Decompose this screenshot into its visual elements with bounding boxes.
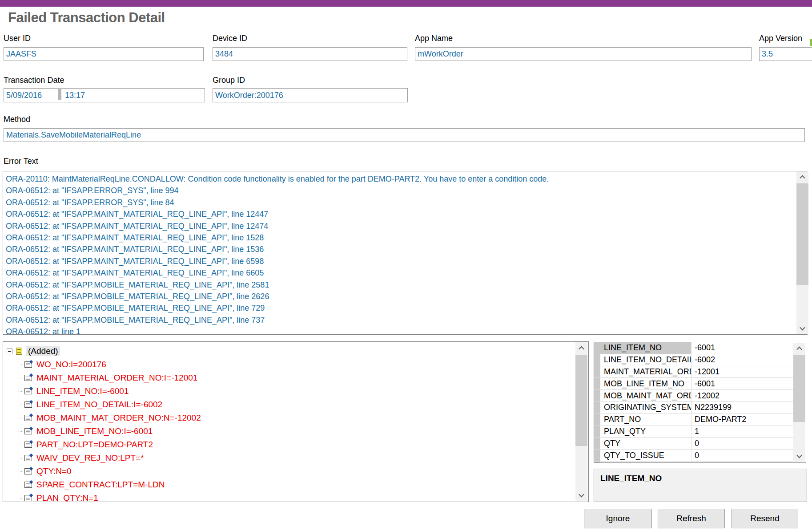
error-line: ORA-06512: at "IFSAPP.MAINT_MATERIAL_REQ… — [6, 243, 789, 255]
time-part[interactable]: 13:17 — [61, 91, 85, 100]
chevron-down-icon — [800, 325, 805, 331]
table-row[interactable]: LINE_ITEM_NO -6001 — [594, 342, 795, 354]
table-vertical-scrollbar[interactable] — [793, 343, 805, 462]
group-id-field[interactable]: WorkOrder:200176 — [213, 88, 408, 102]
attribute-record-icon — [24, 428, 32, 434]
device-id-field[interactable]: 3484 — [213, 47, 407, 61]
table-row[interactable]: MOB_LINE_ITEM_NO -6001 — [594, 378, 795, 390]
attribute-table[interactable]: LINE_ITEM_NO -6001 LINE_ITEM_NO_DETAIL -… — [594, 342, 806, 463]
attr-value-cell[interactable]: -6001 — [691, 378, 795, 389]
app-name-label: App Name — [415, 34, 453, 43]
chevron-down-icon — [796, 453, 802, 458]
scroll-up-button[interactable] — [575, 342, 587, 354]
app-name-field[interactable]: mWorkOrder — [415, 47, 752, 61]
scrollbar-thumb[interactable] — [796, 183, 808, 285]
table-row[interactable]: QTY 0 — [594, 438, 795, 450]
tree-vertical-scrollbar[interactable] — [575, 342, 587, 501]
attr-name-cell: PLAN_QTY — [594, 426, 691, 438]
attribute-record-icon — [24, 482, 32, 488]
table-row[interactable]: QTY_TO_ISSUE 0 — [594, 450, 795, 462]
scrollbar-thumb[interactable] — [575, 355, 587, 446]
chevron-up-icon — [579, 346, 584, 352]
attr-value-cell[interactable]: -6002 — [691, 354, 795, 366]
attr-name-cell: QTY — [594, 438, 691, 449]
transaction-date-field[interactable]: 5/09/2016 13:17 — [4, 88, 205, 102]
tree-item-label: SPARE_CONTRACT:LPT=M-LDN — [36, 480, 165, 490]
tree-item-label: LINE_ITEM_NO_DETAIL:I=-6002 — [36, 400, 162, 409]
date-part[interactable]: 5/09/2016 — [4, 91, 58, 100]
tree-item[interactable]: MAINT_MATERIAL_ORDER_NO:I=-12001 — [21, 371, 571, 385]
table-row[interactable]: PART_NO DEMO-PART2 — [594, 414, 795, 426]
tree-item-label: WAIV_DEV_REJ_NO:LPT=* — [36, 453, 144, 463]
attribute-record-icon — [24, 415, 32, 421]
scroll-up-button[interactable] — [793, 343, 805, 355]
tree-item[interactable]: LINE_ITEM_NO:I=-6001 — [21, 385, 571, 398]
method-field[interactable]: Materials.SaveMobileMaterialReqLine — [4, 128, 805, 142]
error-line: ORA-06512: at "IFSAPP.MOBILE_MATERIAL_RE… — [6, 291, 789, 302]
table-row[interactable]: PLAN_QTY 1 — [594, 426, 795, 438]
transaction-date-label: Transaction Date — [4, 76, 64, 85]
attr-value-cell[interactable]: -12001 — [691, 366, 795, 378]
collapse-expander-icon[interactable] — [7, 349, 12, 354]
page-title: Failed Transaction Detail — [8, 10, 165, 26]
attr-name-cell: QTY_TO_ISSUE — [594, 450, 691, 461]
attr-name-cell: MOB_MAINT_MAT_ORDER_NO — [594, 390, 691, 401]
tree-item-label: PLAN_QTY:N=1 — [36, 493, 98, 502]
attribute-record-icon — [24, 375, 32, 381]
error-vertical-scrollbar[interactable] — [796, 171, 808, 334]
chevron-up-icon — [796, 347, 802, 353]
ignore-button[interactable]: Ignore — [584, 509, 652, 528]
attr-value-cell[interactable]: -12002 — [691, 390, 795, 401]
tree-item[interactable]: PART_NO:LPT=DEMO-PART2 — [21, 438, 571, 451]
tree-item[interactable]: PLAN_QTY:N=1 — [21, 491, 571, 502]
table-row[interactable]: ORIGINATING_SYSTEM N2239199 — [594, 402, 795, 414]
attr-value-cell[interactable]: 0 — [691, 438, 795, 449]
tree-item[interactable]: MOB_LINE_ITEM_NO:I=-6001 — [21, 425, 571, 438]
attr-name-cell: MOB_LINE_ITEM_NO — [594, 378, 691, 389]
tree-item-label: WO_NO:I=200176 — [36, 360, 106, 369]
error-line: ORA-06512: at "IFSAPP.MAINT_MATERIAL_REQ… — [6, 208, 789, 220]
error-text-box[interactable]: ORA-20110: MaintMaterialReqLine.CONDALLO… — [3, 171, 808, 335]
attr-name-cell: PART_NO — [594, 414, 691, 426]
attr-value-cell[interactable]: N2239199 — [691, 402, 795, 413]
scroll-down-button[interactable] — [793, 450, 805, 462]
tree-root-node[interactable]: (Added) — [7, 345, 60, 357]
user-id-field[interactable]: JAASFS — [4, 47, 204, 61]
error-text-label: Error Text — [4, 157, 38, 166]
error-line: ORA-06512: at "IFSAPP.MOBILE_MATERIAL_RE… — [6, 314, 789, 326]
attr-value-cell[interactable]: 1 — [691, 426, 795, 438]
error-line: ORA-06512: at "IFSAPP.MOBILE_MATERIAL_RE… — [6, 279, 789, 291]
table-row[interactable]: LINE_ITEM_NO_DETAIL -6002 — [594, 354, 795, 366]
tree-item-label: MOB_MAINT_MAT_ORDER_NO:N=-12002 — [36, 413, 201, 423]
scroll-down-button[interactable] — [796, 322, 808, 334]
refresh-button[interactable]: Refresh — [658, 509, 725, 528]
attr-value-cell[interactable]: -6001 — [691, 342, 795, 354]
tree-item[interactable]: WAIV_DEV_REJ_NO:LPT=* — [21, 451, 571, 465]
attribute-record-icon — [24, 401, 32, 408]
attr-value-cell[interactable]: DEMO-PART2 — [691, 414, 795, 426]
scroll-down-button[interactable] — [575, 489, 587, 501]
resend-button[interactable]: Resend — [732, 509, 798, 528]
tree-item[interactable]: LINE_ITEM_NO_DETAIL:I=-6002 — [21, 398, 571, 411]
group-id-label: Group ID — [213, 76, 245, 85]
tree-item[interactable]: SPARE_CONTRACT:LPT=M-LDN — [21, 478, 571, 491]
tree-connector — [19, 357, 19, 487]
scrollbar-thumb[interactable] — [793, 355, 805, 422]
attr-name-cell: MAINT_MATERIAL_ORDER_NO — [594, 366, 691, 378]
tree-item[interactable]: QTY:N=0 — [21, 465, 571, 478]
scroll-up-button[interactable] — [796, 171, 808, 183]
transaction-tree-panel[interactable]: (Added) WO_NO:I=200176 MAINT_MATERIAL_OR… — [3, 341, 589, 502]
chevron-up-icon — [800, 175, 805, 181]
tree-item-label: MOB_LINE_ITEM_NO:I=-6001 — [36, 426, 153, 436]
tree-item[interactable]: WO_NO:I=200176 — [21, 358, 571, 371]
table-row[interactable]: MOB_MAINT_MAT_ORDER_NO -12002 — [594, 390, 795, 402]
tree-item[interactable]: MOB_MAINT_MAT_ORDER_NO:N=-12002 — [21, 411, 571, 425]
app-version-field[interactable]: 3.5 — [759, 47, 812, 61]
app-version-label: App Version — [759, 34, 802, 43]
attr-value-cell[interactable]: 0 — [691, 450, 795, 461]
error-line: ORA-06512: at "IFSAPP.ERROR_SYS", line 8… — [6, 197, 789, 208]
error-line: ORA-06512: at "IFSAPP.MAINT_MATERIAL_REQ… — [6, 267, 789, 279]
table-row[interactable]: MAINT_MATERIAL_ORDER_NO -12001 — [594, 366, 795, 378]
error-line: ORA-06512: at "IFSAPP.MOBILE_MATERIAL_RE… — [6, 302, 789, 314]
error-line: ORA-06512: at line 1 — [6, 326, 789, 335]
